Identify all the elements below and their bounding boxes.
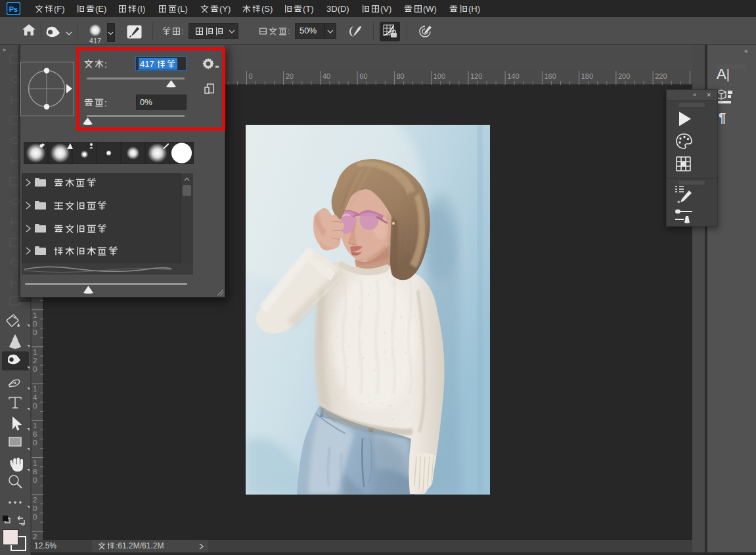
svg-text:120: 120 — [470, 72, 482, 80]
svg-text:2: 2 — [33, 357, 37, 365]
svg-text:1: 1 — [33, 348, 37, 356]
svg-text:80: 80 — [396, 72, 404, 80]
svg-text:0: 0 — [33, 476, 37, 484]
svg-text:160: 160 — [544, 72, 556, 80]
svg-text:0: 0 — [33, 328, 37, 336]
svg-text:Ps: Ps — [9, 5, 18, 13]
svg-text:0: 0 — [248, 72, 252, 80]
svg-text:100: 100 — [434, 72, 445, 80]
svg-text:60: 60 — [359, 72, 367, 80]
svg-text:200: 200 — [618, 72, 630, 80]
svg-text:2: 2 — [33, 533, 37, 540]
svg-text:2: 2 — [33, 496, 37, 504]
svg-text:8: 8 — [33, 468, 37, 476]
svg-text:220: 220 — [655, 72, 667, 80]
svg-text:20: 20 — [286, 72, 294, 80]
svg-text:0: 0 — [33, 504, 37, 512]
svg-text:0: 0 — [33, 402, 37, 410]
svg-text:4: 4 — [33, 393, 37, 401]
svg-text:0: 0 — [33, 320, 37, 328]
svg-text:0: 0 — [33, 365, 37, 373]
svg-text:140: 140 — [507, 72, 519, 80]
svg-text:1: 1 — [33, 459, 37, 467]
svg-text:40: 40 — [322, 72, 330, 80]
svg-text:240: 240 — [692, 72, 692, 80]
svg-text:1: 1 — [33, 385, 37, 393]
svg-text:0: 0 — [33, 513, 37, 521]
svg-text:1: 1 — [33, 311, 37, 319]
svg-text:0: 0 — [33, 439, 37, 447]
svg-text:180: 180 — [581, 72, 593, 80]
svg-text:6: 6 — [33, 430, 37, 438]
svg-text:1: 1 — [33, 422, 37, 430]
